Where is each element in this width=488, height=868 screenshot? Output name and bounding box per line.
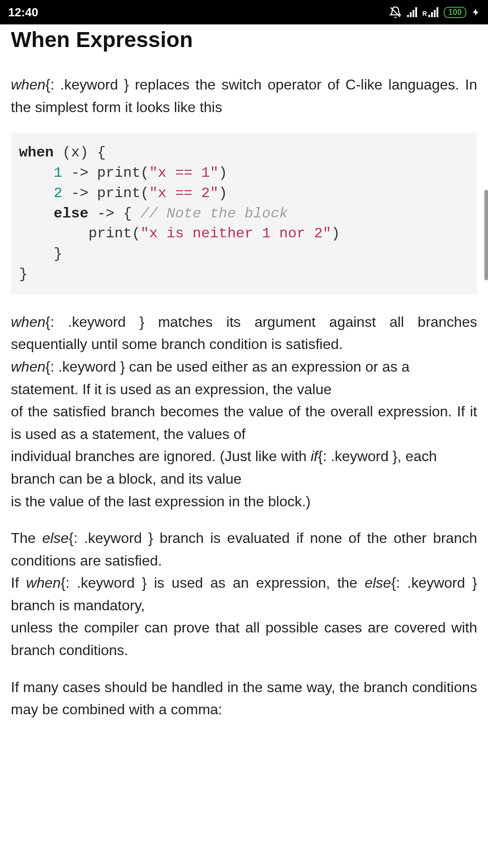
paragraph-else-branch: The else{: .keyword } branch is evaluate… bbox=[11, 527, 477, 662]
scrollbar-thumb[interactable] bbox=[484, 190, 488, 280]
bell-off-icon bbox=[389, 6, 402, 19]
status-icons: R 100 bbox=[389, 6, 480, 19]
lightning-icon bbox=[472, 6, 480, 19]
intro-paragraph: when{: .keyword } replaces the switch op… bbox=[11, 74, 477, 118]
network-indicator: R bbox=[422, 7, 438, 17]
status-bar: 12:40 R 100 bbox=[0, 0, 488, 24]
paragraph-match-branches: when{: .keyword } matches its argument a… bbox=[11, 311, 477, 513]
code-block-when-example: when (x) { 1 -> print("x == 1") 2 -> pri… bbox=[11, 133, 477, 295]
status-time: 12:40 bbox=[8, 5, 38, 19]
signal-icon bbox=[407, 7, 417, 17]
page-title: When Expression bbox=[11, 27, 477, 52]
article-content[interactable]: When Expression when{: .keyword } replac… bbox=[0, 24, 488, 721]
battery-icon: 100 bbox=[444, 7, 466, 18]
paragraph-comma-combine: If many cases should be handled in the s… bbox=[11, 676, 477, 721]
